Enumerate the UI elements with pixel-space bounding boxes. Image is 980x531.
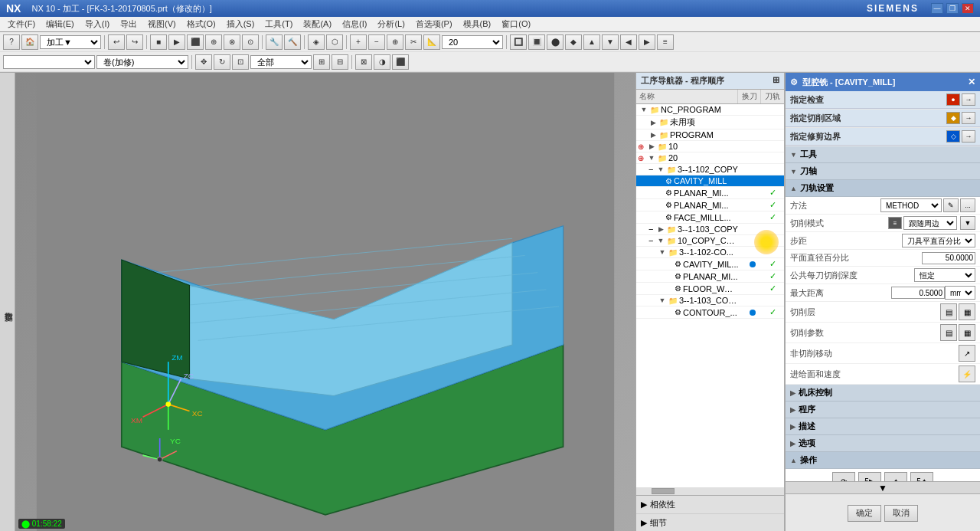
tree-node-face-mill[interactable]: ⚙ FACE_MILLL... ✓ [636, 211, 784, 224]
tb-btn-g[interactable]: 🔧 [266, 34, 283, 50]
flat-pct-input[interactable] [922, 252, 975, 264]
tree-node-copy103[interactable]: − ▶ 📁 3--1-103_COPY [636, 224, 784, 235]
tb-btn-n[interactable]: ✂ [405, 34, 422, 50]
specify-trim-btn1[interactable]: ◇ [946, 130, 960, 143]
section-tool[interactable]: ▼ 工具 [786, 146, 980, 163]
section-desc[interactable]: ▶ 描述 [786, 418, 980, 435]
tb-layer-btn[interactable]: ⊟ [332, 54, 348, 70]
viewport[interactable]: ZM XM YC XC ZC [15, 73, 635, 531]
tb-undo-btn[interactable]: ↩ [108, 34, 125, 50]
expand-copy102b[interactable]: ▼ [658, 247, 667, 257]
menu-format[interactable]: 格式(O) [182, 18, 220, 31]
expand-nc-program[interactable]: ▼ [639, 105, 648, 114]
tb-combo-snap[interactable]: 卷(加修) [96, 55, 188, 69]
tb-btn-e[interactable]: ⊗ [224, 34, 240, 50]
menu-analysis[interactable]: 分析(L) [373, 18, 409, 31]
method-browse-btn[interactable]: ... [960, 198, 975, 212]
tb-btn-w[interactable]: ▶ [639, 34, 655, 50]
tb-rotate-btn[interactable]: ↻ [214, 54, 230, 70]
xiangguanxing-section[interactable]: ▶ 相依性 [636, 496, 784, 514]
tree-node-program[interactable]: ▶ 📁 PROGRAM [636, 129, 784, 141]
tree-node-contour[interactable]: ⚙ CONTOUR_... ✓ [636, 306, 784, 319]
cut-params-btn2[interactable]: ▦ [959, 324, 975, 341]
tb-btn-a[interactable]: ■ [150, 34, 167, 50]
menu-import[interactable]: 导入(I) [80, 18, 114, 31]
tb-btn-p[interactable]: 🔲 [510, 34, 527, 50]
cut-layer-btn1[interactable]: ▤ [940, 303, 957, 320]
tb-btn-t[interactable]: ▲ [583, 34, 600, 50]
tb-combo-1[interactable]: 加工▼ [40, 35, 101, 49]
tb-combo-view[interactable]: 全部 [250, 55, 312, 69]
cut-layer-btn2[interactable]: ▦ [959, 303, 975, 320]
step-dist-combo[interactable]: 刀具平直百分比 [902, 234, 975, 247]
tb-combo-filter[interactable] [3, 55, 95, 69]
op-btn-3[interactable]: ✦ [884, 472, 907, 481]
cut-depth-combo[interactable]: 恒定 [914, 268, 975, 282]
section-options[interactable]: ▶ 选项 [786, 435, 980, 452]
cut-mode-combo[interactable]: 跟随周边 [903, 216, 957, 230]
tb-btn-j[interactable]: ⬡ [326, 34, 343, 50]
tree-node-20[interactable]: ⊕ ▼ 📁 20 [636, 152, 784, 164]
tree-scroll-h[interactable] [636, 487, 784, 495]
expand-copy102[interactable]: ▼ [656, 165, 665, 174]
op-btn-2[interactable]: 5▶ [858, 472, 881, 481]
tree-node-copy103b[interactable]: ▼ 📁 3--1-103_COPY... [636, 295, 784, 306]
tree-node-10[interactable]: ⊕ ▶ 📁 10 [636, 141, 784, 152]
op-btn-1[interactable]: ⟳ [832, 472, 855, 481]
minimize-button[interactable]: — [931, 3, 943, 14]
tree-node-planar2[interactable]: ⚙ PLANAR_MI... ✓ [636, 199, 784, 211]
tb-btn-f[interactable]: ⊙ [242, 34, 259, 50]
tb-btn-s[interactable]: ◆ [565, 34, 582, 50]
non-cut-btn[interactable]: ↗ [959, 345, 975, 362]
expand-copy103b[interactable]: ▼ [658, 296, 667, 305]
menu-insert[interactable]: 插入(S) [222, 18, 260, 31]
section-machine-ctrl[interactable]: ▶ 机床控制 [786, 385, 980, 402]
section-blade[interactable]: ▼ 刀轴 [786, 163, 980, 180]
tree-scroll-thumb[interactable] [652, 488, 675, 494]
tb-move-btn[interactable]: ✥ [195, 54, 212, 70]
tree-node-unused[interactable]: ▶ 📁 未用项 [636, 116, 784, 129]
tb-btn-m[interactable]: ⊕ [387, 34, 403, 50]
tb-more-btn[interactable]: ≡ [657, 34, 674, 50]
section-row-specify-cut[interactable]: 指定切削区域 ◆ → [786, 110, 980, 127]
tree-node-planar3[interactable]: ⚙ PLANAR_MI... ✓ [636, 270, 784, 283]
method-edit-btn[interactable]: ✎ [943, 198, 959, 212]
tb-btn-u[interactable]: ▼ [602, 34, 619, 50]
tb-btn-c[interactable]: ⬛ [187, 34, 204, 50]
scroll-bottom-arrow[interactable]: ▼ [786, 481, 980, 493]
tb-btn-v[interactable]: ◀ [620, 34, 637, 50]
expand-copy-copy[interactable]: ▼ [656, 236, 665, 245]
tb-zoom-combo[interactable]: 20 [442, 35, 503, 49]
tb-shade-btn[interactable]: ◑ [374, 54, 390, 70]
tree-node-nc-program[interactable]: ▼ 📁 NC_PROGRAM [636, 104, 784, 116]
specify-trim-btn2[interactable]: → [962, 130, 975, 143]
tb-wire-btn[interactable]: ⊠ [355, 54, 372, 70]
tb-btn-b[interactable]: ▶ [168, 34, 185, 50]
props-close-btn[interactable]: ✕ [968, 77, 975, 87]
section-operation[interactable]: ▲ 操作 [786, 452, 980, 469]
confirm-button[interactable]: 确定 [848, 505, 881, 522]
tree-node-floor-wall[interactable]: ⚙ FLOOR_WALL ✓ [636, 283, 784, 295]
expand-20[interactable]: ▼ [647, 153, 656, 162]
menu-edit[interactable]: 编辑(E) [41, 18, 79, 31]
tree-node-copy102b[interactable]: ▼ 📁 3--1-102-CO... [636, 247, 784, 258]
jiedian-section[interactable]: ▶ 细节 [636, 514, 784, 531]
tree-node-cavity-mill2[interactable]: ⚙ CAVITY_MIL... ✓ [636, 258, 784, 270]
tb-btn-l[interactable]: − [368, 34, 385, 50]
menu-preferences[interactable]: 首选项(P) [411, 18, 457, 31]
menu-info[interactable]: 信息(I) [338, 18, 371, 31]
max-dist-unit[interactable]: mm [945, 286, 975, 300]
tb-btn-r[interactable]: ⬤ [547, 34, 564, 50]
feed-speed-btn[interactable]: ⚡ [959, 365, 975, 382]
tree-node-cavity-mill[interactable]: ⚙ CAVITY_MILL [636, 175, 784, 187]
expand-copy103[interactable]: ▶ [656, 225, 665, 234]
op-btn-4[interactable]: 5✦ [910, 472, 933, 481]
expand-10[interactable]: ▶ [647, 142, 656, 151]
max-dist-input[interactable] [891, 287, 945, 299]
cut-mode-btn[interactable]: ▼ [960, 216, 975, 230]
tb-scale-btn[interactable]: ⊡ [232, 54, 249, 70]
menu-window[interactable]: 窗口(O) [497, 18, 535, 31]
section-row-specify-check[interactable]: 指定检查 ● → [786, 91, 980, 109]
tb-redo-btn[interactable]: ↪ [126, 34, 143, 50]
menu-file[interactable]: 文件(F) [3, 18, 40, 31]
